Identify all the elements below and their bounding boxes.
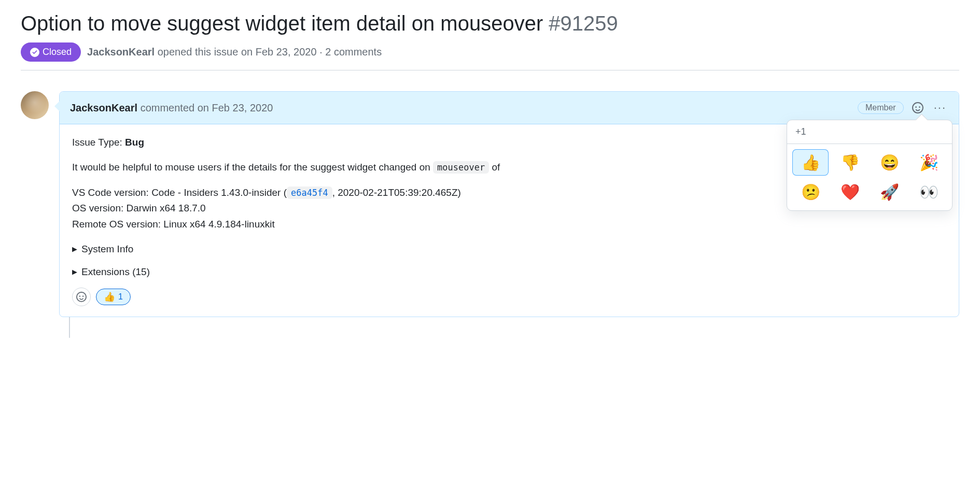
reaction-pill-thumbs-up[interactable]: 👍 1 bbox=[96, 289, 131, 305]
status-label: Closed bbox=[43, 47, 72, 58]
issue-author-link[interactable]: JacksonKearl bbox=[87, 46, 155, 58]
opened-text: opened this issue on Feb 23, 2020 bbox=[158, 46, 317, 58]
reaction-thumbs-up[interactable]: 👍 bbox=[792, 149, 829, 176]
timeline-connector bbox=[69, 317, 70, 338]
os-version: OS version: Darwin x64 18.7.0 bbox=[72, 203, 206, 213]
comment-action: commented bbox=[141, 102, 195, 113]
triangle-icon: ▶ bbox=[72, 244, 77, 255]
code-mouseover: mouseover bbox=[433, 161, 489, 174]
commit-hash[interactable]: e6a45f4 bbox=[287, 187, 332, 199]
remote-os-version: Remote OS version: Linux x64 4.9.184-lin… bbox=[72, 219, 275, 230]
smiley-icon bbox=[912, 102, 923, 113]
issue-type-value: Bug bbox=[125, 137, 144, 148]
details-system-info[interactable]: ▶ System Info bbox=[72, 241, 946, 257]
add-reaction-button[interactable] bbox=[910, 100, 926, 116]
reactions-bar: 👍 1 bbox=[72, 288, 946, 306]
comment-box: JacksonKearl commented on Feb 23, 2020 M… bbox=[59, 91, 959, 317]
issue-meta: JacksonKearl opened this issue on Feb 23… bbox=[87, 46, 382, 58]
smiley-icon bbox=[76, 292, 87, 302]
thumbs-up-icon: 👍 bbox=[104, 291, 115, 303]
issue-number: #91259 bbox=[549, 12, 618, 35]
reaction-popover: +1 👍 👎 😄 🎉 😕 ❤️ 🚀 👀 bbox=[787, 120, 953, 211]
role-badge: Member bbox=[858, 102, 904, 114]
reaction-tada[interactable]: 🎉 bbox=[911, 149, 947, 176]
reaction-confused[interactable]: 😕 bbox=[792, 179, 829, 205]
comment-header: JacksonKearl commented on Feb 23, 2020 M… bbox=[60, 92, 959, 124]
reaction-count: 1 bbox=[118, 292, 123, 302]
reaction-heart[interactable]: ❤️ bbox=[832, 179, 868, 205]
add-reaction-button-footer[interactable] bbox=[72, 288, 91, 306]
reaction-thumbs-down[interactable]: 👎 bbox=[832, 149, 868, 176]
popover-header: +1 bbox=[787, 120, 952, 144]
avatar[interactable] bbox=[21, 91, 49, 119]
reaction-laugh[interactable]: 😄 bbox=[871, 149, 907, 176]
kebab-menu-button[interactable]: ··· bbox=[932, 99, 948, 117]
reaction-eyes[interactable]: 👀 bbox=[911, 179, 947, 205]
closed-icon bbox=[30, 48, 39, 57]
triangle-icon: ▶ bbox=[72, 267, 77, 278]
issue-title: Option to move suggest widget item detai… bbox=[21, 10, 959, 36]
status-badge: Closed bbox=[21, 42, 81, 62]
comment-author-link[interactable]: JacksonKearl bbox=[70, 102, 137, 113]
comments-count: 2 comments bbox=[325, 46, 382, 58]
issue-type-label: Issue Type: bbox=[72, 137, 122, 148]
reaction-rocket[interactable]: 🚀 bbox=[871, 179, 907, 205]
details-extensions[interactable]: ▶ Extensions (15) bbox=[72, 264, 946, 280]
kebab-icon: ··· bbox=[934, 101, 946, 115]
issue-title-text: Option to move suggest widget item detai… bbox=[21, 12, 543, 35]
comment-date-link[interactable]: on Feb 23, 2020 bbox=[198, 102, 273, 113]
